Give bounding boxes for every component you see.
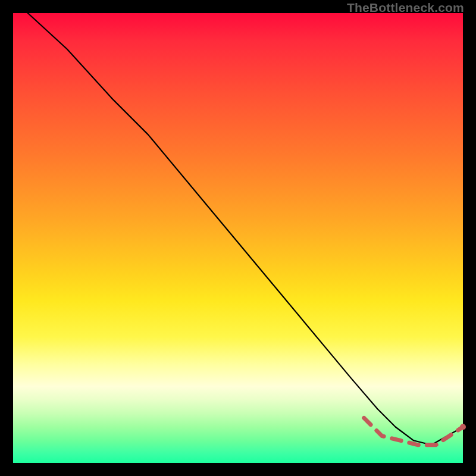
chart-svg [13,13,463,463]
primary-line [13,0,463,445]
chart-container: TheBottleneck.com [0,0,476,476]
secondary-end-point [460,424,466,430]
plot-area [13,13,463,463]
